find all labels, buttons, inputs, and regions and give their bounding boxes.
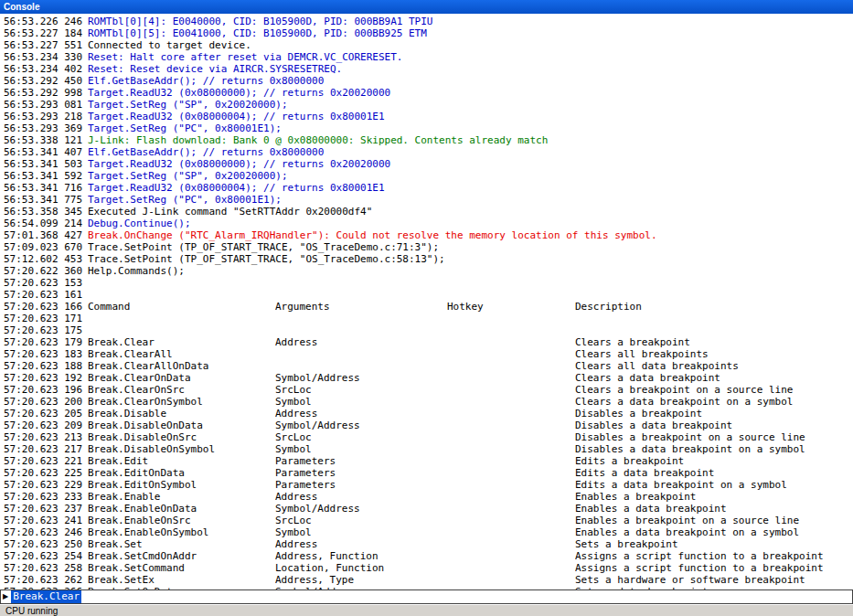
console-line: 56:53.292 450Elf.GetBaseAddr(); // retur… — [0, 75, 853, 87]
table-cell-args: Location, Function — [275, 562, 447, 574]
console-line: 57:09.023 670Trace.SetPoint (TP_OF_START… — [0, 241, 853, 253]
timestamp: 56:53.226 246 — [0, 16, 88, 27]
table-cell-desc: Enables a data breakpoint — [575, 503, 853, 515]
log-message: Reset: Halt core after reset via DEMCR.V… — [88, 51, 853, 63]
table-cell-hot — [447, 348, 575, 360]
table-cell-args — [275, 360, 447, 372]
console-line: 56:53.292 998Target.ReadU32 (0x08000000)… — [0, 87, 853, 99]
timestamp: 56:53.227 551 — [0, 39, 88, 51]
table-cell-desc: Enables a breakpoint — [575, 491, 853, 503]
status-bar: CPU running — [0, 604, 853, 616]
console-line: 57:20.623 196Break.ClearOnSrcSrcLocClear… — [0, 384, 853, 396]
table-cell-args: SrcLoc — [275, 384, 447, 396]
timestamp: 57:20.623 209 — [0, 420, 88, 431]
table-cell-desc: Clears a data breakpoint on a symbol — [575, 396, 853, 408]
console-line: 56:53.234 402Reset: Reset device via AIR… — [0, 63, 853, 75]
window-title: Console — [4, 2, 39, 12]
table-cell-cmd: Break.SetOnData — [88, 586, 275, 589]
console-line: 57:20.623 200Break.ClearOnSymbolSymbolCl… — [0, 396, 853, 408]
table-cell-cmd: Break.ClearAllOnData — [88, 360, 275, 372]
timestamp: 57:20.623 196 — [0, 384, 88, 396]
table-cell-cmd: Break.SetCommand — [88, 562, 275, 574]
table-cell-hot — [447, 586, 575, 589]
console-line: 57:20.623 237Break.EnableOnDataSymbol/Ad… — [0, 503, 853, 515]
log-message: J-Link: Flash download: Bank 0 @ 0x08000… — [88, 134, 853, 146]
console-viewport[interactable]: 56:53.226 246ROMTbl[0][4]: E0040000, CID… — [0, 14, 853, 589]
table-cell-args: Address — [275, 336, 447, 348]
table-header-desc: Description — [575, 301, 853, 313]
table-cell-args: SrcLoc — [275, 431, 447, 443]
log-message: Debug.Continue(); — [88, 218, 853, 229]
console-line: 56:53.227 184ROMTbl[0][5]: E0041000, CID… — [0, 27, 853, 39]
command-input-text[interactable]: Break.Clear — [11, 590, 81, 603]
timestamp: 57:20.623 237 — [0, 503, 88, 515]
timestamp: 57:20.623 213 — [0, 431, 88, 443]
table-header-cmd: Command — [88, 301, 275, 313]
console-line: 56:53.293 218Target.ReadU32 (0x08000004)… — [0, 111, 853, 122]
console-line: 56:53.293 369Target.SetReg ("PC", 0x8000… — [0, 122, 853, 134]
status-text: CPU running — [5, 606, 58, 616]
table-cell-hot — [447, 538, 575, 550]
console-line: 56:53.341 592Target.SetReg ("SP", 0x2002… — [0, 170, 853, 182]
table-cell-cmd: Break.EditOnData — [88, 467, 275, 479]
table-cell-hot — [447, 420, 575, 431]
log-message: Reset: Reset device via AIRCR.SYSRESETRE… — [88, 63, 853, 75]
timestamp: 57:20.623 229 — [0, 479, 88, 491]
log-message: ROMTbl[0][5]: E0041000, CID: B105900D, P… — [88, 27, 853, 39]
timestamp: 57:20.623 250 — [0, 538, 88, 550]
console-line: 56:53.293 081Target.SetReg ("SP", 0x2002… — [0, 99, 853, 111]
console-line: 57:20.623 153 — [0, 277, 853, 289]
console-line: 57:20.623 183Break.ClearAllClears all br… — [0, 348, 853, 360]
table-cell-cmd: Break.EnableOnData — [88, 503, 275, 515]
timestamp: 56:53.341 716 — [0, 182, 88, 194]
table-cell-cmd: Break.DisableOnSymbol — [88, 443, 275, 455]
console-line: 57:20.623 254Break.SetCmdOnAddrAddress, … — [0, 550, 853, 562]
console-line: 56:53.341 503Target.ReadU32 (0x08000000)… — [0, 158, 853, 170]
timestamp: 57:01.368 427 — [0, 229, 88, 241]
table-cell-hot — [447, 396, 575, 408]
log-message: Connected to target device. — [88, 39, 853, 51]
timestamp: 57:20.623 266 — [0, 586, 88, 589]
table-cell-hot — [447, 455, 575, 467]
log-message: Executed J-Link command "SetRTTAddr 0x20… — [88, 206, 853, 218]
table-cell-desc: Sets a breakpoint — [575, 538, 853, 550]
table-cell-cmd: Break.SetCmdOnAddr — [88, 550, 275, 562]
table-cell-hot — [447, 431, 575, 443]
console-line: 57:20.623 233Break.EnableAddressEnables … — [0, 491, 853, 503]
table-cell-args: Symbol/Address — [275, 503, 447, 515]
table-cell-desc: Edits a data breakpoint — [575, 467, 853, 479]
table-cell-desc: Assigns a script function to a breakpoin… — [575, 562, 853, 574]
timestamp: 56:53.292 450 — [0, 75, 88, 87]
command-input-bar[interactable]: ▶ Break.Clear — [0, 589, 853, 604]
timestamp: 57:20.623 153 — [0, 277, 88, 289]
timestamp: 56:53.293 369 — [0, 122, 88, 134]
table-cell-desc: Clears a breakpoint — [575, 336, 853, 348]
console-line: 57:20.623 246Break.EnableOnSymbolSymbolE… — [0, 526, 853, 538]
table-cell-args: Address — [275, 408, 447, 420]
table-cell-cmd: Break.Set — [88, 538, 275, 550]
table-cell-desc: Disables a data breakpoint on a symbol — [575, 443, 853, 455]
table-cell-desc: Clears a data breakpoint — [575, 372, 853, 384]
table-cell-cmd: Break.Enable — [88, 491, 275, 503]
log-message: Elf.GetBaseAddr(); // returns 0x8000000 — [88, 75, 853, 87]
timestamp: 57:12.602 453 — [0, 253, 88, 265]
console-line: 57:20.623 192Break.ClearOnDataSymbol/Add… — [0, 372, 853, 384]
console-line: 57:20.623 166CommandArgumentsHotkeyDescr… — [0, 301, 853, 313]
table-cell-desc: Edits a breakpoint — [575, 455, 853, 467]
table-cell-args: Symbol — [275, 396, 447, 408]
table-cell-cmd: Break.ClearAll — [88, 348, 275, 360]
log-message: Target.ReadU32 (0x08000000); // returns … — [88, 158, 853, 170]
console-line: 57:12.602 453Trace.SetPoint (TP_OF_START… — [0, 253, 853, 265]
timestamp: 56:53.341 503 — [0, 158, 88, 170]
table-cell-cmd: Break.EnableOnSymbol — [88, 526, 275, 538]
table-cell-args: Address, Function — [275, 550, 447, 562]
console-line: 56:53.234 330Reset: Halt core after rese… — [0, 51, 853, 63]
console-line: 57:20.623 262Break.SetExAddress, TypeSet… — [0, 574, 853, 586]
console-line: 57:20.623 229Break.EditOnSymbolParameter… — [0, 479, 853, 491]
window-titlebar[interactable]: Console — [0, 0, 853, 14]
timestamp: 57:20.623 183 — [0, 348, 88, 360]
table-cell-args: Symbol/Address — [275, 420, 447, 431]
console-window: Console 56:53.226 246ROMTbl[0][4]: E0040… — [0, 0, 853, 616]
table-cell-hot — [447, 384, 575, 396]
console-line: 57:20.623 188Break.ClearAllOnDataClears … — [0, 360, 853, 372]
